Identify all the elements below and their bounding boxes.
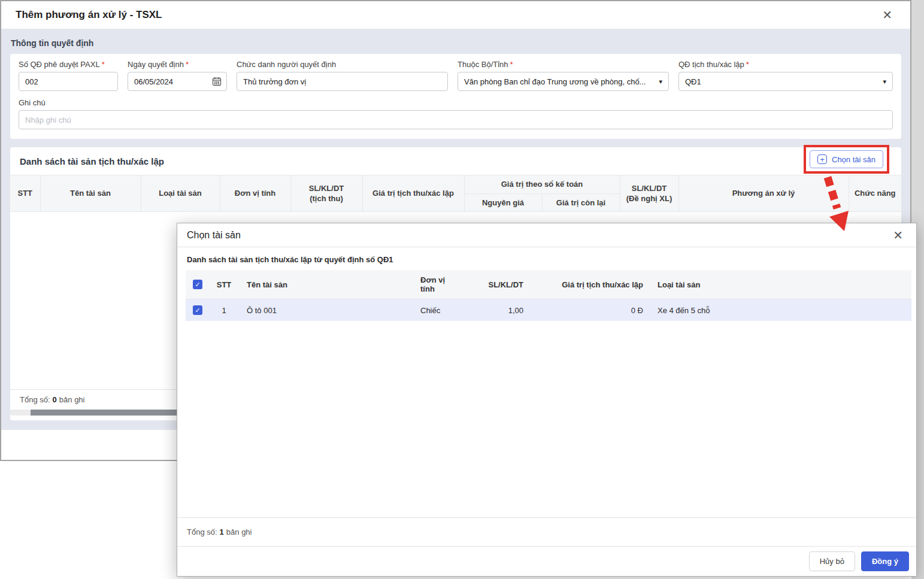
column-header-sl-tich-thu: SL/KL/DT (tịch thu) [290,175,362,212]
asset-list-toolbar: Danh sách tài sản tịch thu/xác lập + Chọ… [10,147,901,175]
modal-header: Chọn tài sản ✕ [177,223,916,247]
cancel-button[interactable]: Hủy bỏ [809,551,855,571]
chevron-down-icon: ▾ [659,78,662,86]
qd-tich-thu-select[interactable]: QĐ1 ▾ [678,72,893,91]
total-count: 0 [53,395,57,404]
column-header-gia-tri-tich-thu: Giá trị tịch thu/xác lập [362,175,464,212]
modal-column-header-sl: SL/KL/DT [467,270,531,299]
cell-sl: 1,00 [467,299,531,322]
column-header-phuong-an: Phương án xử lý [678,175,849,212]
required-mark: * [746,60,749,69]
modal-column-header-don-vi-tinh: Đơn vị tính [413,270,467,299]
cell-don-vi-tinh: Chiếc [413,299,467,322]
thuoc-bo-value: Văn phòng Ban chỉ đạo Trung ương về phòn… [464,77,654,86]
annotation-highlight-box: + Chọn tài sản [804,145,889,174]
dialog-title: Thêm phương án xử lý - TSXL [16,9,162,21]
modal-column-header-stt: STT [208,270,240,299]
field-chuc-danh: Chức danh người quyết định [237,60,448,91]
modal-column-header-ten-tai-san: Tên tài sản [240,270,413,299]
plus-icon: + [817,154,827,164]
asset-table: STT Tên tài sản Loại tài sản Đơn vị tính… [10,175,901,212]
field-so-qd: Số QĐ phê duyệt PAXL* [19,60,118,91]
ngay-qd-label: Ngày quyết định [128,60,184,69]
modal-total-count: 1 [220,528,224,536]
confirm-button[interactable]: Đồng ý [861,551,909,571]
asset-list-title: Danh sách tài sản tịch thu/xác lập [20,156,164,166]
ghi-chu-input[interactable] [19,110,893,129]
column-header-chuc-nang: Chức năng [849,175,901,212]
decision-info-section-title: Thông tin quyết định [1,29,910,54]
header-checkbox-cell: ✓ [186,270,208,299]
chuc-danh-input[interactable] [237,72,448,91]
chevron-down-icon: ▾ [883,78,886,86]
column-header-stt: STT [10,175,40,212]
so-qd-label: Số QĐ phê duyệt PAXL [19,60,100,69]
dialog-header: Thêm phương án xử lý - TSXL ✕ [1,1,910,29]
close-icon: ✕ [882,8,892,22]
field-ghi-chu: Ghi chú [19,98,893,129]
row-checkbox-cell: ✓ [186,299,208,322]
column-header-don-vi-tinh: Đơn vị tính [220,175,290,212]
asset-row[interactable]: ✓ 1 Ô tô 001 Chiếc 1,00 0 Đ Xe 4 đến 5 c… [186,299,911,322]
column-header-sl-de-nghi: SL/KL/DT (Đề nghị XL) [620,175,678,212]
dialog-close-button[interactable]: ✕ [878,8,896,22]
cell-loai-tai-san: Xe 4 đến 5 chỗ [650,299,911,322]
select-asset-modal: Chọn tài sản ✕ Danh sách tài sản tịch th… [177,223,917,577]
select-asset-button-label: Chọn tài sản [832,155,875,164]
modal-total: Tổng số: 1 bản ghi [177,517,916,546]
check-icon: ✓ [195,281,200,288]
column-header-group-so-ke-toan: Giá trị theo sổ kế toán [464,175,620,194]
close-icon: ✕ [893,229,903,242]
thuoc-bo-select[interactable]: Văn phòng Ban chỉ đạo Trung ương về phòn… [458,72,669,91]
modal-footer: Hủy bỏ Đồng ý [177,546,916,576]
ghi-chu-label: Ghi chú [19,98,46,107]
so-qd-input[interactable] [19,72,118,91]
modal-asset-table: ✓ STT Tên tài sản Đơn vị tính SL/KL/DT G… [186,270,911,321]
qd-tich-thu-value: QĐ1 [685,77,878,86]
check-icon: ✓ [195,307,200,314]
column-header-nguyen-gia: Nguyên giá [464,193,542,212]
field-thuoc-bo: Thuộc Bộ/Tỉnh* Văn phòng Ban chỉ đạo Tru… [458,60,669,91]
select-asset-button[interactable]: + Chọn tài sản [810,150,883,168]
required-mark: * [510,60,513,69]
required-mark: * [186,60,189,69]
modal-title: Chọn tài sản [187,230,241,241]
column-header-loai-tai-san: Loại tài sản [141,175,220,212]
cell-gia-tri: 0 Đ [531,299,650,322]
required-mark: * [102,60,105,69]
thuoc-bo-label: Thuộc Bộ/Tỉnh [458,60,508,69]
modal-column-header-loai-tai-san: Loại tài sản [650,270,911,299]
calendar-icon[interactable] [212,77,222,89]
modal-bottom: Tổng số: 1 bản ghi Hủy bỏ Đồng ý [177,517,916,576]
chuc-danh-label: Chức danh người quyết định [237,60,336,69]
field-qd-tich-thu: QĐ tịch thu/xác lập* QĐ1 ▾ [678,60,893,91]
decision-info-card: Số QĐ phê duyệt PAXL* Ngày quyết định* [10,54,901,139]
column-header-gia-tri-con-lai: Giá trị còn lại [542,193,620,212]
modal-column-header-gia-tri: Giá trị tịch thu/xác lập [531,270,650,299]
qd-tich-thu-label: QĐ tịch thu/xác lập [678,60,744,69]
cell-stt: 1 [208,299,240,322]
column-header-ten-tai-san: Tên tài sản [40,175,141,212]
modal-subtitle: Danh sách tài sản tịch thu/xác lập từ qu… [177,247,916,270]
modal-close-button[interactable]: ✕ [889,228,907,242]
cell-ten-tai-san: Ô tô 001 [240,299,413,322]
field-ngay-qd: Ngày quyết định* [128,60,227,91]
row-checkbox[interactable]: ✓ [193,305,202,315]
select-all-checkbox[interactable]: ✓ [193,280,202,289]
